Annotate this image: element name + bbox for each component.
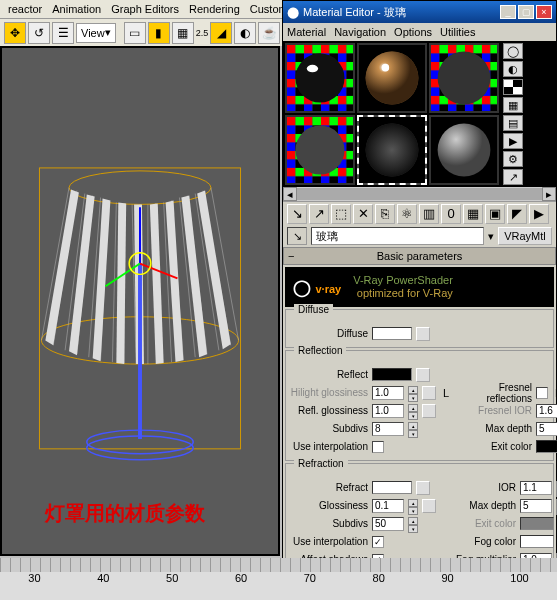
refr-exit-swatch[interactable]: [520, 517, 554, 530]
get-material-icon[interactable]: ↘: [287, 204, 307, 224]
reset-icon[interactable]: ✕: [353, 204, 373, 224]
shader-type-button[interactable]: VRayMtl: [498, 227, 552, 245]
backlight-icon[interactable]: ◐: [503, 61, 523, 77]
spinner[interactable]: ▴▾: [408, 422, 418, 436]
menu-navigation[interactable]: Navigation: [334, 26, 386, 38]
rollup-basic-parameters[interactable]: − Basic parameters: [283, 247, 556, 265]
video-check-icon[interactable]: ▤: [503, 115, 523, 131]
dropdown-icon[interactable]: ▾: [488, 230, 494, 243]
menu-rendering[interactable]: Rendering: [185, 3, 244, 15]
refr-useinterp-checkbox[interactable]: ✓: [372, 536, 384, 548]
pick-material-icon[interactable]: ↘: [287, 227, 307, 245]
refr-maxdepth-input[interactable]: [520, 499, 552, 513]
menu-options[interactable]: Options: [394, 26, 432, 38]
background-icon[interactable]: [503, 79, 523, 95]
frame-num: 50: [166, 572, 178, 588]
teapot-icon[interactable]: ☕: [258, 22, 280, 44]
go-parent-icon[interactable]: ◤: [507, 204, 527, 224]
svg-point-49: [438, 124, 491, 177]
refl-subdivs-input[interactable]: [372, 422, 404, 436]
measure-icon[interactable]: ◢: [210, 22, 232, 44]
material-name-input[interactable]: [311, 227, 484, 245]
slot-6[interactable]: [429, 115, 499, 185]
exitcolor-label: Exit color: [438, 518, 516, 529]
put-to-lib-icon[interactable]: ▥: [419, 204, 439, 224]
reflect-swatch[interactable]: [372, 368, 412, 381]
menu-reactor[interactable]: reactor: [4, 3, 46, 15]
menu-utilities[interactable]: Utilities: [440, 26, 475, 38]
show-end-icon[interactable]: ▣: [485, 204, 505, 224]
menu-material[interactable]: Material: [287, 26, 326, 38]
titlebar[interactable]: ⬤ Material Editor - 玻璃 _ ▢ ×: [283, 1, 556, 23]
grid-icon[interactable]: ▦: [172, 22, 194, 44]
diffuse-swatch[interactable]: [372, 327, 412, 340]
fresnel-checkbox[interactable]: [536, 387, 548, 399]
reflg-input[interactable]: [372, 404, 404, 418]
timeline-track[interactable]: [0, 558, 557, 572]
scroll-left-icon[interactable]: ◂: [283, 187, 297, 201]
frame-num: 40: [97, 572, 109, 588]
slot-5-selected[interactable]: [357, 115, 427, 185]
material-menu: Material Navigation Options Utilities: [283, 23, 556, 41]
slot-4[interactable]: [285, 115, 355, 185]
slot-3[interactable]: [429, 43, 499, 113]
sample-uv-icon[interactable]: ▦: [503, 97, 523, 113]
options-icon[interactable]: ⚙: [503, 151, 523, 167]
spinner[interactable]: ▴▾: [408, 517, 418, 531]
undo-icon[interactable]: ↺: [28, 22, 50, 44]
reflect-map-button[interactable]: [416, 368, 430, 382]
material-id-icon[interactable]: 0: [441, 204, 461, 224]
menu-animation[interactable]: Animation: [48, 3, 105, 15]
menu-graph-editors[interactable]: Graph Editors: [107, 3, 183, 15]
sample-type-icon[interactable]: ◯: [503, 43, 523, 59]
go-forward-icon[interactable]: ▶: [529, 204, 549, 224]
reflg-map-button[interactable]: [422, 404, 436, 418]
slot-2[interactable]: [357, 43, 427, 113]
show-map-icon[interactable]: ▦: [463, 204, 483, 224]
scroll-right-icon[interactable]: ▸: [542, 187, 556, 201]
refract-map-button[interactable]: [416, 481, 430, 495]
fresnel-ior-input[interactable]: [536, 404, 557, 418]
put-to-scene-icon[interactable]: ↗: [309, 204, 329, 224]
render-icon[interactable]: ◐: [234, 22, 256, 44]
watermark-text: 灯罩用的材质参数: [45, 500, 205, 527]
refr-gloss-map-button[interactable]: [422, 499, 436, 513]
refract-swatch[interactable]: [372, 481, 412, 494]
view-dropdown[interactable]: View ▾: [76, 23, 116, 43]
spinner[interactable]: ▴▾: [408, 386, 418, 400]
move-icon[interactable]: ✥: [4, 22, 26, 44]
spinner[interactable]: ▴▾: [408, 499, 418, 513]
select-by-mat-icon[interactable]: ↗: [503, 169, 523, 185]
viewport-perspective[interactable]: [0, 46, 280, 556]
refl-maxdepth-input[interactable]: [536, 422, 557, 436]
spinner[interactable]: ▴▾: [408, 404, 418, 418]
lock-icon[interactable]: L: [552, 387, 557, 399]
refr-subdivs-input[interactable]: [372, 517, 404, 531]
frame-num: 30: [28, 572, 40, 588]
close-icon[interactable]: ×: [536, 5, 552, 19]
assign-icon[interactable]: ⬚: [331, 204, 351, 224]
hilight-map-button[interactable]: [422, 386, 436, 400]
maximize-icon[interactable]: ▢: [518, 5, 534, 19]
minimize-icon[interactable]: _: [500, 5, 516, 19]
refr-gloss-input[interactable]: [372, 499, 404, 513]
refl-useinterp-checkbox[interactable]: [372, 441, 384, 453]
device-icon[interactable]: ▮: [148, 22, 170, 44]
make-preview-icon[interactable]: ▶: [503, 133, 523, 149]
vray-logo: ◯ v·ray: [293, 278, 341, 297]
slot-1[interactable]: [285, 43, 355, 113]
ior-input[interactable]: [520, 481, 552, 495]
lock-icon[interactable]: L: [440, 387, 452, 399]
window-icon[interactable]: ▭: [124, 22, 146, 44]
make-copy-icon[interactable]: ⎘: [375, 204, 395, 224]
fog-color-swatch[interactable]: [520, 535, 554, 548]
frame-num: 90: [441, 572, 453, 588]
group-diffuse: Diffuse Diffuse: [285, 309, 554, 348]
hilight-input[interactable]: [372, 386, 404, 400]
slot-scrollbar[interactable]: ◂ ▸: [283, 187, 556, 201]
diffuse-map-button[interactable]: [416, 327, 430, 341]
list-icon[interactable]: ☰: [52, 22, 74, 44]
make-unique-icon[interactable]: ⚛: [397, 204, 417, 224]
reflect-label: Reflect: [290, 369, 368, 380]
refl-exit-swatch[interactable]: [536, 440, 557, 453]
